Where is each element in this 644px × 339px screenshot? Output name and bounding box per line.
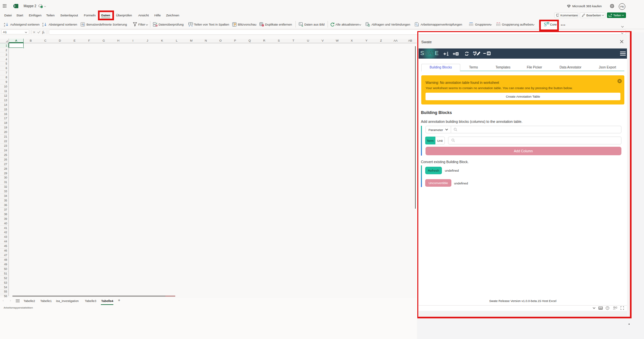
svg-text:Z: Z (42, 23, 44, 25)
svg-text:A: A (4, 23, 5, 25)
svg-text:A: A (42, 25, 44, 27)
svg-text:X: X (14, 5, 15, 8)
svg-text:Z: Z (4, 25, 5, 27)
